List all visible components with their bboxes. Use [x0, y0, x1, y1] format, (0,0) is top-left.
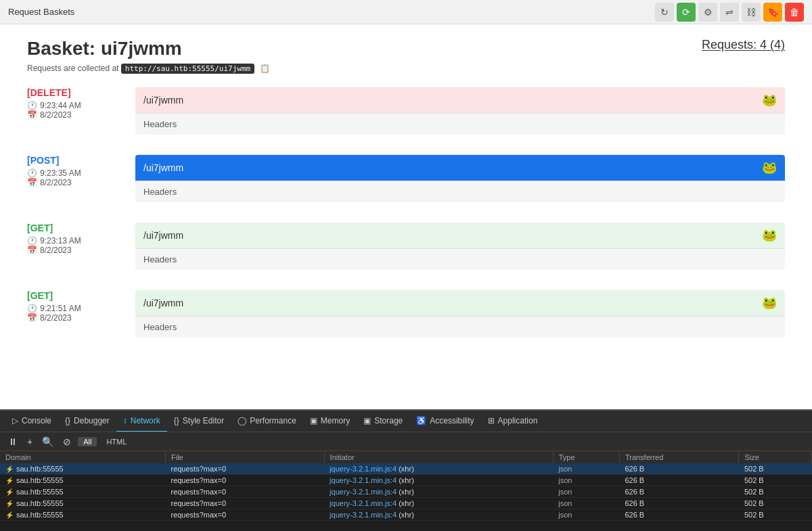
col-header-initiator: Initiator	[324, 451, 553, 463]
request-date-3: 📅 8/2/2023	[27, 313, 122, 323]
tab-icon-debugger: {}	[65, 416, 70, 425]
request-date-0: 📅 8/2/2023	[27, 110, 122, 120]
request-meta-0: [DELETE] 🕐 9:23:44 AM 📅 8/2/2023	[27, 87, 122, 135]
devtools-tab-style-editor[interactable]: {}Style Editor	[167, 411, 231, 432]
network-row-0[interactable]: ⚡ sau.htb:55555 requests?max=0 jquery-3.…	[0, 463, 812, 475]
filter-html-button[interactable]: HTML	[101, 437, 132, 446]
request-headers-0[interactable]: Headers	[135, 113, 785, 135]
clear-button[interactable]: +	[24, 435, 35, 448]
toolbar-icons: ↻ ⟳ ⚙ ⇌ ⛓ 🔖 🗑	[655, 3, 804, 22]
pause-button[interactable]: ⏸	[5, 435, 20, 448]
req-icon-4: ⚡	[5, 511, 14, 519]
transferred-cell-4: 626 B	[619, 509, 739, 521]
initiator-link-2[interactable]: jquery-3.2.1.min.js:4	[330, 488, 397, 496]
url-prefix-label: Requests are collected at	[27, 64, 118, 73]
domain-cell-0: ⚡ sau.htb:55555	[0, 463, 165, 475]
request-path-2: /ui7jwmm	[143, 230, 183, 241]
devtools-tab-storage[interactable]: ▣Storage	[357, 411, 409, 432]
network-row-2[interactable]: ⚡ sau.htb:55555 requests?max=0 jquery-3.…	[0, 486, 812, 498]
tab-label-memory: Memory	[321, 416, 350, 425]
request-time-2: 🕐 9:23:13 AM	[27, 236, 122, 246]
frog-icon-1[interactable]: 🐸	[762, 160, 777, 175]
tab-label-network: Network	[131, 416, 160, 425]
bookmark-button[interactable]: 🔖	[763, 3, 782, 22]
file-cell-0: requests?max=0	[165, 463, 324, 475]
network-table: DomainFileInitiatorTypeTransferredSize ⚡…	[0, 451, 812, 531]
link-button[interactable]: ⛓	[742, 3, 761, 22]
domain-cell-4: ⚡ sau.htb:55555	[0, 509, 165, 521]
filter-toolbar-button[interactable]: ⊘	[60, 435, 74, 448]
settings-button[interactable]: ⚙	[698, 3, 717, 22]
requests-container: [DELETE] 🕐 9:23:44 AM 📅 8/2/2023 /ui7jwm…	[27, 87, 785, 338]
filter-all-button[interactable]: All	[78, 437, 97, 446]
transfer-button[interactable]: ⇌	[720, 3, 739, 22]
transferred-cell-3: 626 B	[619, 498, 739, 509]
devtools-tab-accessibility[interactable]: ♿Accessibility	[409, 411, 480, 432]
devtools-tab-debugger[interactable]: {}Debugger	[58, 411, 116, 432]
request-entry-1: [POST] 🕐 9:23:35 AM 📅 8/2/2023 /ui7jwmm …	[27, 155, 785, 202]
main-content: Basket: ui7jwmm Requests: 4 (4) Requests…	[0, 24, 812, 409]
col-header-domain: Domain	[0, 451, 165, 463]
file-cell-4: requests?max=0	[165, 509, 324, 521]
network-row-3[interactable]: ⚡ sau.htb:55555 requests?max=0 jquery-3.…	[0, 498, 812, 509]
request-path-bar-3[interactable]: /ui7jwmm 🐸	[135, 290, 785, 316]
initiator-cell-4: jquery-3.2.1.min.js:4 (xhr)	[324, 509, 553, 521]
devtools-tab-performance[interactable]: ◯Performance	[231, 411, 303, 432]
frog-icon-0[interactable]: 🐸	[762, 93, 777, 108]
request-date-2: 📅 8/2/2023	[27, 246, 122, 255]
request-path-bar-1[interactable]: /ui7jwmm 🐸	[135, 155, 785, 181]
request-time-1: 🕐 9:23:35 AM	[27, 168, 122, 178]
req-icon-2: ⚡	[5, 488, 14, 496]
basket-title: Basket: ui7jwmm	[27, 38, 182, 60]
delete-button[interactable]: 🗑	[785, 3, 804, 22]
file-cell-1: requests?max=0	[165, 475, 324, 486]
request-right-1: /ui7jwmm 🐸 Headers	[135, 155, 785, 202]
devtools-toolbar: ⏸ + 🔍 ⊘ All HTML	[0, 432, 812, 451]
file-cell-3: requests?max=0	[165, 498, 324, 509]
transferred-cell-0: 626 B	[619, 463, 739, 475]
reload-button[interactable]: ⟳	[677, 3, 696, 22]
devtools-tab-console[interactable]: ▷Console	[5, 411, 58, 432]
request-headers-1[interactable]: Headers	[135, 181, 785, 202]
initiator-link-3[interactable]: jquery-3.2.1.min.js:4	[330, 499, 397, 507]
domain-cell-2: ⚡ sau.htb:55555	[0, 486, 165, 498]
request-entry-2: [GET] 🕐 9:23:13 AM 📅 8/2/2023 /ui7jwmm 🐸…	[27, 223, 785, 270]
col-header-transferred: Transferred	[619, 451, 739, 463]
refresh-button[interactable]: ↻	[655, 3, 674, 22]
network-row-4[interactable]: ⚡ sau.htb:55555 requests?max=0 jquery-3.…	[0, 509, 812, 521]
request-entry-3: [GET] 🕐 9:21:51 AM 📅 8/2/2023 /ui7jwmm 🐸…	[27, 290, 785, 338]
devtools-tab-application[interactable]: ⊞Application	[481, 411, 545, 432]
tab-icon-style-editor: {}	[174, 416, 179, 425]
initiator-link-0[interactable]: jquery-3.2.1.min.js:4	[330, 465, 397, 473]
initiator-link-4[interactable]: jquery-3.2.1.min.js:4	[330, 511, 397, 519]
tab-icon-memory: ▣	[310, 416, 317, 425]
request-path-bar-0[interactable]: /ui7jwmm 🐸	[135, 87, 785, 113]
tab-label-application: Application	[498, 416, 538, 425]
copy-icon[interactable]: 📋	[260, 64, 270, 73]
tab-icon-storage: ▣	[363, 416, 371, 425]
col-header-size: Size	[739, 451, 812, 463]
tab-label-performance: Performance	[250, 416, 296, 425]
frog-icon-3[interactable]: 🐸	[762, 296, 777, 310]
tab-icon-network: ↕	[123, 416, 127, 425]
tab-label-accessibility: Accessibility	[430, 416, 474, 425]
devtools-tab-memory[interactable]: ▣Memory	[303, 411, 357, 432]
method-badge-2: [GET]	[27, 223, 122, 233]
request-path-bar-2[interactable]: /ui7jwmm 🐸	[135, 223, 785, 248]
type-cell-4: json	[553, 509, 619, 521]
size-cell-2: 502 B	[739, 486, 812, 498]
tab-icon-console: ▷	[12, 416, 18, 425]
request-headers-2[interactable]: Headers	[135, 248, 785, 270]
search-toolbar-button[interactable]: 🔍	[39, 435, 56, 448]
basket-url-line: Requests are collected at http://sau.htb…	[27, 64, 785, 74]
initiator-link-1[interactable]: jquery-3.2.1.min.js:4	[330, 476, 397, 484]
network-row-1[interactable]: ⚡ sau.htb:55555 requests?max=0 jquery-3.…	[0, 475, 812, 486]
browser-toolbar: Request Baskets ↻ ⟳ ⚙ ⇌ ⛓ 🔖 🗑	[0, 0, 812, 24]
request-right-0: /ui7jwmm 🐸 Headers	[135, 87, 785, 135]
domain-cell-1: ⚡ sau.htb:55555	[0, 475, 165, 486]
devtools-tab-network[interactable]: ↕Network	[116, 411, 167, 432]
method-badge-1: [POST]	[27, 155, 122, 166]
tab-icon-application: ⊞	[488, 416, 495, 425]
frog-icon-2[interactable]: 🐸	[762, 228, 777, 243]
request-headers-3[interactable]: Headers	[135, 316, 785, 338]
